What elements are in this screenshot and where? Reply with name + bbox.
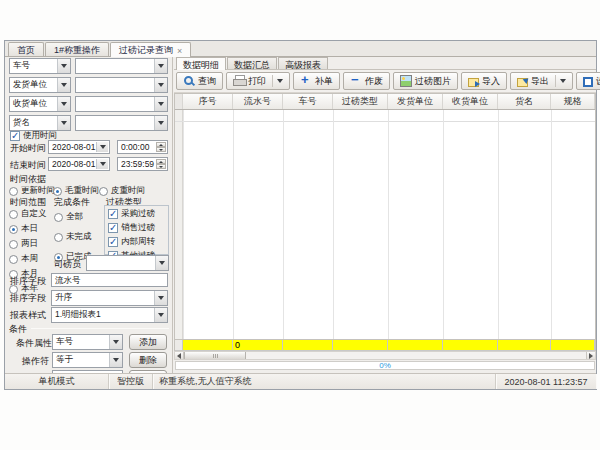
weigh-type-group: 采购过磅销售过磅内部周转其他过磅	[104, 205, 169, 255]
end-date-input[interactable]: 2020-08-01	[48, 157, 110, 171]
radio-option-全部[interactable]: 全部	[54, 211, 92, 223]
field-value-combo-车号[interactable]	[75, 58, 168, 74]
radio-icon	[9, 210, 18, 219]
chevron-down-icon[interactable]	[154, 97, 167, 111]
sort-order-combo[interactable]: 升序	[51, 290, 168, 306]
field-value-combo-发货单位[interactable]	[75, 77, 168, 93]
radio-icon	[53, 187, 62, 196]
toolbar-button-作废[interactable]: 作废	[343, 72, 390, 90]
import-icon	[468, 78, 479, 87]
column-header-流水号[interactable]: 流水号	[233, 94, 283, 109]
calendar-dropdown-icon[interactable]	[96, 142, 108, 152]
time-basis-options: 更新时间毛重时间皮重时间	[9, 185, 145, 197]
radio-option-两日[interactable]: 两日	[9, 238, 47, 250]
field-name-combo-发货单位[interactable]: 发货单位	[9, 77, 71, 93]
start-date-input[interactable]: 2020-08-01	[48, 140, 110, 154]
column-header-货名[interactable]: 货名	[498, 94, 551, 109]
chevron-down-icon[interactable]	[272, 75, 283, 87]
time-spinner[interactable]	[156, 142, 166, 152]
chevron-down-icon[interactable]	[57, 116, 70, 130]
radio-option-未完成[interactable]: 未完成	[54, 231, 92, 243]
chevron-down-icon[interactable]	[57, 78, 70, 92]
tab-label: 过磅记录查询	[119, 44, 173, 57]
radio-option-本日[interactable]: 本日	[9, 223, 47, 235]
detail-tab-数据明细[interactable]: 数据明细	[176, 57, 226, 70]
radio-option-毛重时间[interactable]: 毛重时间	[53, 185, 99, 197]
radio-option-自定义[interactable]: 自定义	[9, 208, 47, 220]
column-header-规格[interactable]: 规格	[551, 94, 595, 109]
scroll-right-icon[interactable]	[586, 352, 595, 359]
grid-header-indicator	[175, 94, 183, 109]
chevron-down-icon[interactable]	[154, 291, 167, 305]
column-header-车号[interactable]: 车号	[283, 94, 333, 109]
report-style-combo[interactable]: 1.明细报表1	[51, 307, 168, 323]
toolbar-button-补单[interactable]: 补单	[293, 72, 340, 90]
chevron-down-icon[interactable]	[154, 78, 167, 92]
chevron-down-icon[interactable]	[57, 97, 70, 111]
summary-row: 0	[174, 340, 596, 351]
toolbar-button-label: 过磅图片	[415, 75, 451, 88]
column-header-收货单位[interactable]: 收货单位	[443, 94, 498, 109]
toolbar-button-label: 设置	[596, 75, 600, 88]
calendar-dropdown-icon[interactable]	[96, 159, 108, 169]
radio-icon	[54, 213, 63, 222]
radio-option-本周[interactable]: 本周	[9, 253, 47, 265]
detail-tab-数据汇总[interactable]: 数据汇总	[227, 57, 277, 69]
condition-op-combo[interactable]: 等于	[52, 352, 123, 368]
end-date-value: 2020-08-01	[52, 159, 95, 169]
scroll-left-icon[interactable]	[175, 352, 184, 359]
plus-icon	[300, 75, 312, 87]
horizontal-scrollbar[interactable]	[174, 351, 596, 360]
scrollbar-thumb[interactable]	[184, 352, 246, 359]
toolbar-button-导入[interactable]: 导入	[461, 72, 507, 90]
tab-1#称重操作[interactable]: 1#称重操作	[45, 42, 109, 56]
column-header-过磅类型[interactable]: 过磅类型	[333, 94, 388, 109]
detail-tab-高级报表[interactable]: 高级报表	[278, 57, 328, 69]
toolbar-button-导出[interactable]: 导出	[510, 72, 573, 90]
end-time-input[interactable]: 23:59:59	[117, 157, 168, 171]
radio-option-皮重时间[interactable]: 皮重时间	[99, 185, 145, 197]
column-header-发货单位[interactable]: 发货单位	[388, 94, 443, 109]
chevron-down-icon[interactable]	[155, 256, 168, 270]
radio-option-更新时间[interactable]: 更新时间	[9, 185, 53, 197]
chevron-down-icon[interactable]	[109, 353, 122, 367]
field-value-combo-收货单位[interactable]	[75, 96, 168, 112]
toolbar-button-设置[interactable]: 设置	[576, 72, 600, 90]
toolbar-button-过磅图片[interactable]: 过磅图片	[393, 72, 458, 90]
tab-首页[interactable]: 首页	[8, 42, 44, 56]
radio-icon	[99, 187, 108, 196]
checkbox-option-内部周转[interactable]: 内部周转	[108, 236, 168, 248]
time-spinner[interactable]	[156, 159, 166, 169]
start-time-input[interactable]: 0:00:00	[117, 140, 168, 154]
chevron-down-icon[interactable]	[154, 59, 167, 73]
close-icon[interactable]: ×	[177, 47, 182, 55]
field-name-combo-货名[interactable]: 货名	[9, 115, 71, 131]
tab-过磅记录查询[interactable]: 过磅记录查询×	[110, 42, 191, 57]
grid-column-line	[283, 110, 284, 339]
chevron-down-icon[interactable]	[154, 308, 167, 322]
toolbar-button-查询[interactable]: 查询	[176, 72, 223, 90]
add-button-label: 添加	[139, 336, 157, 349]
summary-cell	[333, 340, 388, 351]
add-condition-button[interactable]: 添加	[129, 334, 167, 350]
condition-attr-combo[interactable]: 车号	[52, 334, 123, 350]
delete-button-label: 删除	[139, 354, 157, 367]
chevron-down-icon[interactable]	[57, 59, 70, 73]
status-datetime: 2020-08-01 11:23:57	[496, 374, 596, 389]
toolbar-button-打印[interactable]: 打印	[226, 72, 290, 90]
chevron-down-icon[interactable]	[109, 335, 122, 349]
field-name-combo-车号[interactable]: 车号	[9, 58, 71, 74]
checkbox-option-销售过磅[interactable]: 销售过磅	[108, 222, 168, 234]
column-header-序号[interactable]: 序号	[183, 94, 233, 109]
field-name-combo-收货单位[interactable]: 收货单位	[9, 96, 71, 112]
checkbox-option-采购过磅[interactable]: 采购过磅	[108, 208, 168, 220]
field-value-combo-货名[interactable]	[75, 115, 168, 131]
grid-body[interactable]	[175, 110, 595, 339]
delete-condition-button[interactable]: 删除	[129, 352, 167, 368]
chevron-down-icon[interactable]	[154, 116, 167, 130]
radio-label: 本周	[21, 253, 38, 265]
chevron-down-icon[interactable]	[555, 75, 566, 87]
row-indicator-column	[175, 110, 183, 339]
sort-field-input[interactable]: 流水号	[51, 273, 168, 287]
weigher-combo[interactable]	[86, 255, 169, 271]
